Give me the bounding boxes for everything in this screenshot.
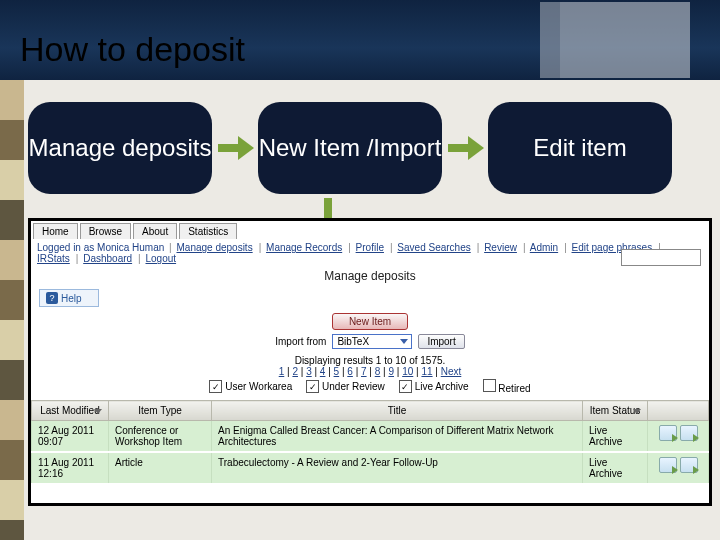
nav-profile[interactable]: Profile: [356, 242, 384, 253]
import-label: Import from: [275, 336, 326, 347]
top-tabs: Home Browse About Statistics: [31, 221, 709, 239]
slide-title: How to deposit: [20, 30, 245, 69]
arrow-right-icon: [442, 133, 488, 163]
edit-icon[interactable]: [680, 425, 698, 441]
table-row: 12 Aug 2011 09:07 Conference or Workshop…: [32, 421, 709, 453]
pager-page[interactable]: 1: [279, 366, 285, 377]
pager-page[interactable]: 3: [306, 366, 312, 377]
import-format-select[interactable]: BibTeX: [332, 334, 412, 349]
new-item-button[interactable]: New Item: [332, 313, 408, 330]
step-new-item-import: New Item /Import: [258, 102, 442, 194]
import-row: Import from BibTeX Import: [31, 334, 709, 349]
search-input[interactable]: [621, 249, 701, 266]
pager-page[interactable]: 8: [375, 366, 381, 377]
checkbox-live-archive[interactable]: ✓: [399, 380, 412, 393]
logged-in-as: Logged in as Monica Human: [37, 242, 164, 253]
filter-label: Live Archive: [415, 381, 469, 392]
col-title[interactable]: Title: [212, 401, 583, 421]
filter-label: Retired: [498, 383, 530, 394]
step-edit-item: Edit item: [488, 102, 672, 194]
checkbox-user-workarea[interactable]: ✓: [209, 380, 222, 393]
step-row: Manage deposits New Item /Import Edit it…: [28, 98, 710, 198]
cell-title: An Enigma Called Breast Cancer: A Compar…: [212, 421, 583, 453]
pager-page[interactable]: 9: [388, 366, 394, 377]
help-icon: ?: [46, 292, 58, 304]
nav-manage-records[interactable]: Manage Records: [266, 242, 342, 253]
checkbox-under-review[interactable]: ✓: [306, 380, 319, 393]
nav-saved-searches[interactable]: Saved Searches: [397, 242, 470, 253]
view-icon[interactable]: [659, 425, 677, 441]
page-heading: Manage deposits: [31, 269, 709, 283]
arrow-right-icon: [212, 133, 258, 163]
cell-modified: 12 Aug 2011 09:07: [32, 421, 109, 453]
user-nav: Logged in as Monica Human | Manage depos…: [31, 239, 709, 267]
col-item-status[interactable]: Item Status: [583, 401, 648, 421]
pager-page[interactable]: 6: [347, 366, 353, 377]
pager-next[interactable]: Next: [441, 366, 462, 377]
cell-modified: 11 Aug 2011 12:16: [32, 452, 109, 484]
nav-manage-deposits[interactable]: Manage deposits: [176, 242, 252, 253]
col-last-modified[interactable]: Last Modified: [32, 401, 109, 421]
cell-actions: [648, 452, 709, 484]
cell-type: Conference or Workshop Item: [109, 421, 212, 453]
nav-logout[interactable]: Logout: [146, 253, 177, 264]
nav-review[interactable]: Review: [484, 242, 517, 253]
pager-page[interactable]: 4: [320, 366, 326, 377]
col-item-type[interactable]: Item Type: [109, 401, 212, 421]
edit-icon[interactable]: [680, 457, 698, 473]
deposits-table: Last Modified Item Type Title Item Statu…: [31, 400, 709, 485]
nav-irstats[interactable]: IRStats: [37, 253, 70, 264]
pager-page[interactable]: 2: [292, 366, 298, 377]
banner-decor: [540, 2, 690, 78]
status-filters: ✓ User Workarea ✓ Under Review ✓ Live Ar…: [31, 379, 709, 394]
left-decor-strip: [0, 80, 24, 540]
help-label: Help: [61, 293, 82, 304]
nav-admin[interactable]: Admin: [530, 242, 558, 253]
nav-dashboard[interactable]: Dashboard: [83, 253, 132, 264]
pager-summary: Displaying results 1 to 10 of 1575.: [31, 355, 709, 366]
screenshot-panel: Home Browse About Statistics Logged in a…: [28, 218, 712, 506]
help-button[interactable]: ? Help: [39, 289, 99, 307]
filter-label: Under Review: [322, 381, 385, 392]
table-row: 11 Aug 2011 12:16 Article Trabeculectomy…: [32, 452, 709, 484]
cell-status: Live Archive: [583, 452, 648, 484]
filter-label: User Workarea: [225, 381, 292, 392]
cell-status: Live Archive: [583, 421, 648, 453]
tab-statistics[interactable]: Statistics: [179, 223, 237, 239]
cell-title: Trabeculectomy - A Review and 2-Year Fol…: [212, 452, 583, 484]
cell-actions: [648, 421, 709, 453]
pager: Displaying results 1 to 10 of 1575. 1 | …: [31, 355, 709, 377]
tab-about[interactable]: About: [133, 223, 177, 239]
import-button[interactable]: Import: [418, 334, 464, 349]
tab-home[interactable]: Home: [33, 223, 78, 239]
cell-type: Article: [109, 452, 212, 484]
tab-browse[interactable]: Browse: [80, 223, 131, 239]
step-manage-deposits: Manage deposits: [28, 102, 212, 194]
view-icon[interactable]: [659, 457, 677, 473]
pager-page[interactable]: 7: [361, 366, 367, 377]
pager-page[interactable]: 10: [402, 366, 413, 377]
pager-page[interactable]: 5: [334, 366, 340, 377]
pager-page[interactable]: 11: [421, 366, 432, 377]
checkbox-retired[interactable]: [483, 379, 496, 392]
col-actions: [648, 401, 709, 421]
